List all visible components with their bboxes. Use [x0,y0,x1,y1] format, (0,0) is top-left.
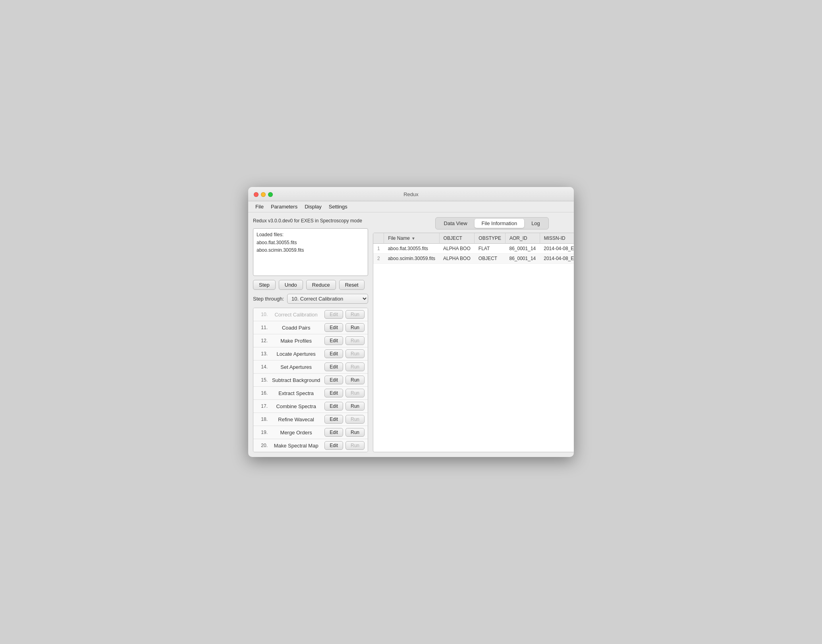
step-edit-12[interactable]: Edit [324,336,343,345]
left-panel: Redux v3.0.0.dev0 for EXES in Spectrosco… [253,217,368,452]
step-name-12: Make Profiles [270,338,322,344]
step-edit-20[interactable]: Edit [324,441,343,450]
step-edit-15[interactable]: Edit [324,376,343,384]
row-missnid-2: 2014-04-08_EX_F158 [540,254,574,264]
window-controls [254,192,273,197]
loaded-file-2: aboo.scimin.30059.fits [257,247,365,254]
steps-list: 10. Correct Calibration Edit Run 11. Coa… [253,308,368,452]
step-through-select[interactable]: 10. Correct Calibration 11. Coadd Pairs … [287,294,368,304]
menu-display[interactable]: Display [301,202,325,211]
step-row-15: 15. Subtract Background Edit Run [253,374,368,387]
col-aorid-header[interactable]: AOR_ID [505,233,540,244]
table-row: 2 aboo.scimin.30059.fits ALPHA BOO OBJEC… [373,254,574,264]
step-num-14: 14. [257,364,268,370]
step-edit-18[interactable]: Edit [324,415,343,424]
title-bar: Redux [248,187,574,201]
tab-file-information[interactable]: File Information [475,219,525,228]
step-num-13: 13. [257,351,268,357]
step-num-17: 17. [257,403,268,409]
row-aorid-2: 86_0001_14 [505,254,540,264]
step-name-19: Merge Orders [270,430,322,436]
step-num-20: 20. [257,443,268,448]
action-buttons: Step Undo Reduce Reset [253,280,368,290]
col-filename-header[interactable]: File Name ▼ [384,233,439,244]
row-num-2: 2 [373,254,384,264]
step-edit-11[interactable]: Edit [324,323,343,332]
window-title: Redux [403,191,419,197]
menu-settings[interactable]: Settings [326,202,351,211]
main-content: Redux v3.0.0.dev0 for EXES in Spectrosco… [248,212,574,457]
step-run-10: Run [345,310,365,319]
row-num-1: 1 [373,244,384,254]
col-filename-label: File Name [388,235,410,241]
col-index-header [373,233,384,244]
step-through-label: Step through: [253,296,284,302]
loaded-file-1: aboo.flat.30055.fits [257,239,365,247]
step-run-18: Run [345,415,365,424]
app-version-label: Redux v3.0.0.dev0 for EXES in Spectrosco… [253,217,368,224]
step-row-17: 17. Combine Spectra Edit Run [253,400,368,413]
step-name-11: Coadd Pairs [270,325,322,331]
step-row-16: 16. Extract Spectra Edit Run [253,387,368,400]
step-name-20: Make Spectral Map [270,443,322,449]
step-edit-14[interactable]: Edit [324,362,343,371]
col-obstype-header[interactable]: OBSTYPE [475,233,506,244]
step-row-20: 20. Make Spectral Map Edit Run [253,439,368,452]
step-name-16: Extract Spectra [270,390,322,396]
step-name-13: Locate Apertures [270,351,322,357]
step-edit-10: Edit [324,310,343,319]
reset-button[interactable]: Reset [339,280,365,290]
step-row-19: 19. Merge Orders Edit Run [253,426,368,439]
row-obstype-2: OBJECT [475,254,506,264]
step-num-12: 12. [257,338,268,343]
row-filename-2: aboo.scimin.30059.fits [384,254,439,264]
tab-bar: Data View File Information Log [435,217,549,229]
step-run-13: Run [345,349,365,358]
tab-data-view[interactable]: Data View [437,219,475,228]
step-through-row: Step through: 10. Correct Calibration 11… [253,294,368,304]
col-missnid-header[interactable]: MISSN-ID [540,233,574,244]
step-edit-13[interactable]: Edit [324,349,343,358]
step-run-19[interactable]: Run [345,428,365,437]
right-panel: Data View File Information Log File Name… [373,217,574,452]
step-row-12: 12. Make Profiles Edit Run [253,334,368,347]
maximize-button[interactable] [268,192,273,197]
table-row: 1 aboo.flat.30055.fits ALPHA BOO FLAT 86… [373,244,574,254]
row-filename-1: aboo.flat.30055.fits [384,244,439,254]
step-num-15: 15. [257,377,268,383]
step-row-18: 18. Refine Wavecal Edit Run [253,413,368,426]
row-missnid-1: 2014-04-08_EX_F158 [540,244,574,254]
loaded-files-box: Loaded files: aboo.flat.30055.fits aboo.… [253,228,368,276]
step-run-17[interactable]: Run [345,402,365,411]
step-name-14: Set Apertures [270,364,322,370]
menu-file[interactable]: File [252,202,267,211]
minimize-button[interactable] [261,192,266,197]
main-window: Redux File Parameters Display Settings R… [248,187,574,457]
row-object-2: ALPHA BOO [439,254,475,264]
step-edit-17[interactable]: Edit [324,402,343,411]
step-name-18: Refine Wavecal [270,416,322,422]
row-obstype-1: FLAT [475,244,506,254]
step-run-12: Run [345,336,365,345]
row-aorid-1: 86_0001_14 [505,244,540,254]
undo-button[interactable]: Undo [279,280,303,290]
tab-log[interactable]: Log [524,219,547,228]
menu-parameters[interactable]: Parameters [268,202,301,211]
step-num-19: 19. [257,430,268,435]
step-name-17: Combine Spectra [270,403,322,409]
step-row-10: 10. Correct Calibration Edit Run [253,308,368,321]
sort-icon: ▼ [411,236,415,241]
step-run-14: Run [345,362,365,371]
step-button[interactable]: Step [253,280,276,290]
step-run-11[interactable]: Run [345,323,365,332]
step-edit-19[interactable]: Edit [324,428,343,437]
close-button[interactable] [254,192,259,197]
step-name-10: Correct Calibration [270,312,322,318]
col-object-header[interactable]: OBJECT [439,233,475,244]
loaded-files-title: Loaded files: [257,232,365,237]
step-run-15[interactable]: Run [345,376,365,384]
step-edit-16[interactable]: Edit [324,389,343,397]
step-num-18: 18. [257,416,268,422]
menu-bar: File Parameters Display Settings [248,201,574,212]
reduce-button[interactable]: Reduce [306,280,336,290]
